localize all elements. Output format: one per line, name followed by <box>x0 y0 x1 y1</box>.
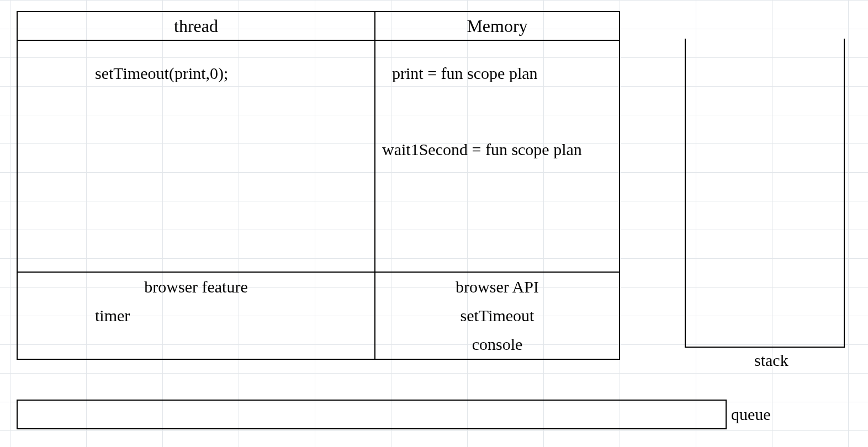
footer-settimeout-label: setTimeout <box>461 306 534 325</box>
queue-label: queue <box>731 405 771 424</box>
body-row: setTimeout(print,0); print = fun scope p… <box>18 41 619 273</box>
footer-browser-api: browser API <box>375 273 619 301</box>
thread-body-cell: setTimeout(print,0); <box>18 41 375 272</box>
main-diagram-table: thread Memory setTimeout(print,0); print… <box>17 11 620 360</box>
footer-row-2: timer setTimeout <box>18 301 619 330</box>
stack-label: stack <box>754 351 788 370</box>
memory-line-1: print = fun scope plan <box>375 52 549 83</box>
footer-row-headers: browser feature browser API <box>18 273 619 301</box>
header-thread-label: thread <box>174 16 218 36</box>
stack-box <box>685 39 845 348</box>
footer-left-empty <box>18 330 375 359</box>
queue-box <box>17 400 727 429</box>
footer-browser-feature: browser feature <box>18 273 375 301</box>
footer-console: console <box>375 330 619 359</box>
footer-browser-feature-label: browser feature <box>144 278 247 296</box>
thread-line-1: setTimeout(print,0); <box>18 52 228 83</box>
header-memory: Memory <box>375 12 619 40</box>
footer-browser-api-label: browser API <box>456 278 539 296</box>
footer-console-label: console <box>472 335 523 354</box>
footer-timer: timer <box>18 301 375 330</box>
memory-line-2: wait1Second = fun scope plan <box>375 128 593 159</box>
footer-timer-label: timer <box>95 306 130 325</box>
header-memory-label: Memory <box>467 16 527 36</box>
memory-body-cell: print = fun scope plan wait1Second = fun… <box>375 41 619 272</box>
footer-settimeout: setTimeout <box>375 301 619 330</box>
footer-row-3: console <box>18 330 619 359</box>
header-row: thread Memory <box>18 12 619 41</box>
header-thread: thread <box>18 12 375 40</box>
